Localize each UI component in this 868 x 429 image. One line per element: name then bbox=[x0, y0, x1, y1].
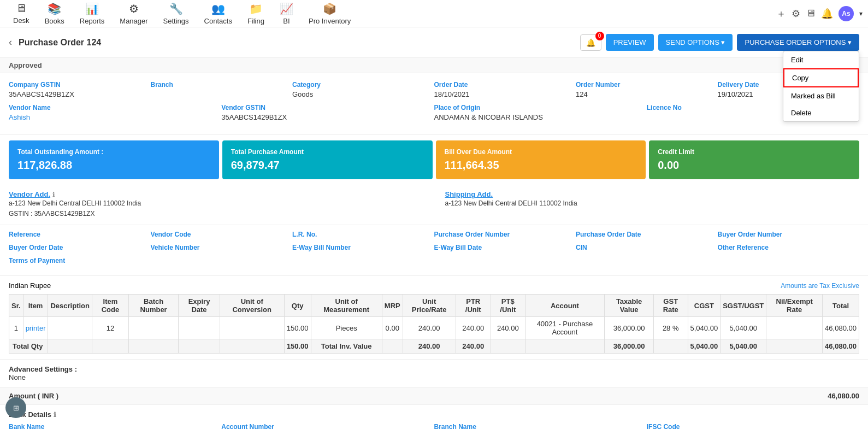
col-nil-exempt: Nil/Exempt Rate bbox=[766, 295, 823, 317]
dropdown-copy[interactable]: Copy bbox=[783, 68, 859, 87]
col-pts-unit: PT$ /Unit bbox=[491, 295, 525, 317]
eway-bill-number-field: E-Way Bill Number bbox=[292, 244, 434, 252]
order-number-value: 124 bbox=[576, 90, 711, 98]
cell-pts-unit: 240.00 bbox=[491, 317, 525, 339]
bell-icon[interactable]: 🔔 bbox=[821, 8, 833, 20]
top-nav: 🖥 Desk 📚 Books 📊 Reports ⚙ Manager 🔧 Set… bbox=[0, 0, 868, 27]
branch-name-item: Branch Name bbox=[434, 423, 647, 429]
filing-icon: 📁 bbox=[249, 2, 263, 15]
bank-info-icon: ℹ bbox=[54, 411, 56, 419]
order-date-value: 18/10/2021 bbox=[434, 90, 570, 98]
gear-icon[interactable]: ⚙ bbox=[792, 8, 800, 20]
lr-no-label: L.R. No. bbox=[292, 231, 434, 238]
nav-contacts[interactable]: 👥 Contacts bbox=[197, 0, 240, 28]
order-number-label: Order Number bbox=[576, 81, 711, 89]
buyer-order-date-field: Buyer Order Date bbox=[9, 244, 151, 252]
credit-limit-box: Credit Limit 0.00 bbox=[649, 140, 859, 179]
user-avatar[interactable]: As bbox=[839, 6, 854, 21]
total-nil-empty bbox=[766, 339, 823, 354]
vendor-add-info-icon: ℹ bbox=[52, 191, 55, 198]
vendor-name-label: Vendor Name bbox=[9, 104, 215, 111]
cell-gst-rate: 28 % bbox=[653, 317, 688, 339]
cell-item[interactable]: printer bbox=[23, 317, 48, 339]
advanced-settings-value: None bbox=[9, 373, 26, 381]
shipping-address-col: Shipping Add. a-123 New Delhi Central DE… bbox=[445, 190, 860, 219]
bill-overdue-label: Bill Over Due Amount bbox=[445, 148, 637, 156]
cell-sgst-ugst: 5,040.00 bbox=[721, 317, 766, 339]
place-of-origin-cell: Place of Origin ANDAMAN & NICOBAR ISLAND… bbox=[434, 104, 647, 121]
nav-bi[interactable]: 📈 BI bbox=[272, 0, 301, 28]
total-inv-empty2 bbox=[491, 339, 525, 354]
vendor-add-gstin: GSTIN : 35AABCS1429B1ZX bbox=[9, 209, 423, 219]
back-button[interactable]: ‹ bbox=[9, 37, 12, 48]
cell-cgst: 5,040.00 bbox=[688, 317, 721, 339]
items-table: Sr. Item Description Item Code Batch Num… bbox=[9, 294, 859, 354]
cell-unit-price: 240.00 bbox=[403, 317, 456, 339]
col-gst-rate: GST Rate bbox=[653, 295, 688, 317]
history-icon: ⊞ bbox=[13, 404, 19, 412]
company-gstin-value: 35AABCS1429B1ZX bbox=[9, 90, 144, 98]
nav-desk[interactable]: 🖥 Desk bbox=[5, 0, 37, 27]
total-purchase-box: Total Purchase Amount 69,879.47 bbox=[222, 140, 433, 179]
col-sgst-ugst: SGST/UGST bbox=[721, 295, 766, 317]
purchase-order-options-button[interactable]: PURCHASE ORDER OPTIONS ▾ bbox=[737, 34, 859, 51]
notification-button[interactable]: 🔔 0 bbox=[580, 34, 601, 51]
main-content: ‹ Purchase Order 124 🔔 0 PREVIEW SEND OP… bbox=[0, 27, 868, 429]
vendor-address-col: Vendor Add. ℹ a-123 New Delhi Central DE… bbox=[9, 190, 423, 219]
send-options-button[interactable]: SEND OPTIONS ▾ bbox=[658, 34, 733, 51]
cell-taxable-value: 36,000.00 bbox=[605, 317, 654, 339]
nav-reports[interactable]: 📊 Reports bbox=[72, 0, 113, 28]
nav-filing[interactable]: 📁 Filing bbox=[240, 0, 272, 28]
cell-batch-number bbox=[128, 317, 178, 339]
bill-overdue-value: 111,664.35 bbox=[445, 159, 637, 172]
vendor-add-link[interactable]: Vendor Add. bbox=[9, 190, 50, 198]
buyer-order-number-label: Buyer Order Number bbox=[718, 231, 860, 238]
bank-header: Bank Details ℹ bbox=[9, 410, 859, 419]
monitor-icon[interactable]: 🖥 bbox=[806, 8, 816, 19]
preview-button[interactable]: PREVIEW bbox=[606, 34, 654, 51]
vendor-name-value[interactable]: Ashish bbox=[9, 113, 215, 121]
cin-field: CIN bbox=[576, 244, 718, 252]
dropdown-marked-as-bill[interactable]: Marked as Bill bbox=[783, 87, 859, 104]
history-button[interactable]: ⊞ bbox=[5, 397, 26, 418]
page-title: Purchase Order 124 bbox=[19, 38, 574, 48]
terms-of-payment-field: Terms of Payment bbox=[9, 257, 859, 266]
category-cell: Category Goods bbox=[292, 81, 434, 98]
cell-ptr-unit: 240.00 bbox=[456, 317, 491, 339]
dropdown-edit[interactable]: Edit bbox=[783, 51, 859, 68]
total-outstanding-label: Total Outstanding Amount : bbox=[17, 148, 210, 156]
cell-uom: Pieces bbox=[311, 317, 382, 339]
nav-manager[interactable]: ⚙ Manager bbox=[112, 0, 155, 28]
vendor-name-cell: Vendor Name Ashish bbox=[9, 104, 221, 121]
shipping-add-link[interactable]: Shipping Add. bbox=[445, 190, 493, 198]
fields-row-3: Terms of Payment bbox=[9, 257, 859, 266]
bank-row: Bank Name Account Number Branch Name IFS… bbox=[9, 423, 859, 429]
company-gstin-label: Company GSTIN bbox=[9, 81, 144, 89]
shipping-add-line1: a-123 New Delhi Central DELHI 110002 Ind… bbox=[445, 198, 860, 209]
total-row: Total Qty 150.00 Total Inv. Value 240.00… bbox=[9, 339, 859, 354]
ifsc-label: IFSC Code bbox=[647, 423, 859, 429]
fields-row-1: Reference Vendor Code L.R. No. Purchase … bbox=[9, 231, 859, 239]
dropdown-menu: Edit Copy Marked as Bill Delete bbox=[783, 51, 859, 122]
nav-settings[interactable]: 🔧 Settings bbox=[156, 0, 197, 28]
order-info-section: Company GSTIN 35AABCS1429B1ZX Branch Cat… bbox=[0, 73, 868, 135]
total-qty-empty2 bbox=[92, 339, 129, 354]
col-account: Account bbox=[525, 295, 605, 317]
total-sgst: 5,040.00 bbox=[721, 339, 766, 354]
col-batch-number: Batch Number bbox=[128, 295, 178, 317]
col-qty: Qty bbox=[284, 295, 311, 317]
cin-label: CIN bbox=[576, 244, 718, 251]
cell-qty: 150.00 bbox=[284, 317, 311, 339]
col-unit-conversion: Unit of Conversion bbox=[220, 295, 284, 317]
total-inv-empty3 bbox=[525, 339, 605, 354]
vendor-code-label: Vendor Code bbox=[151, 231, 293, 238]
order-date-cell: Order Date 18/10/2021 bbox=[434, 81, 576, 98]
col-item-code: Item Code bbox=[92, 295, 129, 317]
dropdown-delete[interactable]: Delete bbox=[783, 104, 859, 121]
plus-icon[interactable]: ＋ bbox=[776, 7, 786, 20]
total-qty-empty1 bbox=[48, 339, 92, 354]
eway-bill-date-field: E-Way Bill Date bbox=[434, 244, 576, 252]
col-item: Item bbox=[23, 295, 48, 317]
nav-pro-inventory[interactable]: 📦 Pro Inventory bbox=[301, 0, 358, 28]
nav-books[interactable]: 📚 Books bbox=[37, 0, 72, 28]
